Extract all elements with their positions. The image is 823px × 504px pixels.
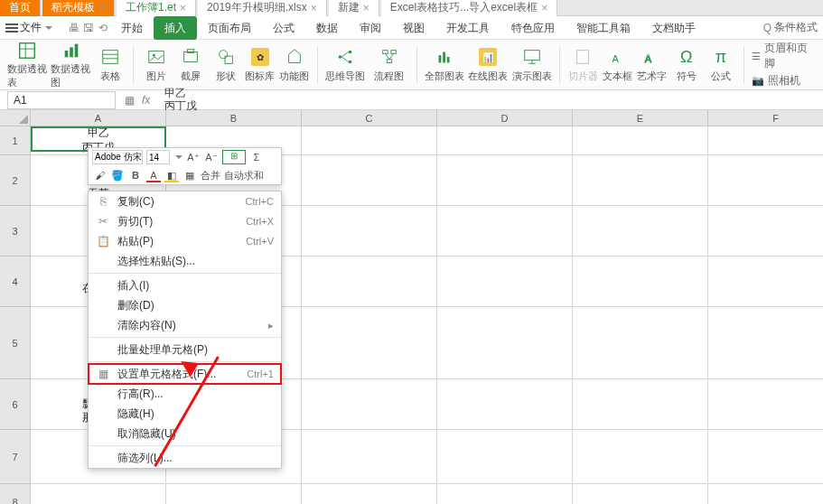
- row-header[interactable]: 6: [0, 379, 31, 430]
- tab-review[interactable]: 审阅: [349, 16, 392, 40]
- svg-text:A: A: [645, 53, 652, 64]
- context-menu: ⎘复制(C)Ctrl+C✂剪切(T)Ctrl+X📋粘贴(P)Ctrl+V选择性粘…: [88, 191, 282, 469]
- col-header[interactable]: B: [166, 110, 302, 126]
- context-menu-item[interactable]: ▦设置单元格格式(F)...Ctrl+1: [89, 364, 281, 384]
- col-header[interactable]: E: [573, 110, 708, 126]
- tab-special[interactable]: 特色应用: [500, 16, 566, 40]
- name-box[interactable]: A1: [7, 91, 116, 109]
- ribbon-table[interactable]: 表格: [95, 42, 126, 88]
- svg-point-16: [339, 55, 342, 59]
- ribbon-symbol[interactable]: Ω符号: [671, 42, 702, 88]
- col-header[interactable]: A: [31, 110, 166, 126]
- ribbon-onlinechart[interactable]: 📊在线图表: [468, 42, 508, 88]
- tab-dev[interactable]: 开发工具: [435, 16, 500, 40]
- ribbon-textbox[interactable]: A文本框: [602, 42, 632, 88]
- svg-rect-21: [382, 51, 388, 54]
- ribbon-screenshot[interactable]: 截屏: [175, 42, 206, 88]
- row-header[interactable]: 2: [0, 155, 31, 206]
- row-header[interactable]: 4: [0, 257, 31, 307]
- context-menu-item[interactable]: 隐藏(H): [89, 404, 281, 424]
- mini-paintbrush-icon[interactable]: 🖌: [92, 168, 107, 182]
- ribbon-wordart[interactable]: A艺术字: [636, 42, 667, 88]
- svg-line-20: [341, 57, 348, 62]
- mini-merge-label[interactable]: 合并: [201, 168, 220, 182]
- ribbon-flowchart[interactable]: 流程图: [369, 42, 408, 88]
- tab-start[interactable]: 开始: [110, 16, 154, 40]
- menu-tabs: 开始 插入 页面布局 公式 数据 审阅 视图 开发工具 特色应用 智能工具箱 文…: [110, 16, 706, 40]
- context-menu-item[interactable]: 📋粘贴(P)Ctrl+V: [89, 231, 281, 251]
- ribbon-mindmap[interactable]: 思维导图: [325, 42, 365, 88]
- tab-insert[interactable]: 插入: [154, 16, 197, 40]
- ribbon-image[interactable]: 图片: [141, 42, 172, 88]
- file-menu[interactable]: 文件: [0, 20, 61, 35]
- formula-value[interactable]: 甲乙 丙丁戊: [164, 88, 197, 111]
- mini-fillcolor[interactable]: ◧: [164, 168, 179, 182]
- mini-autosum-label[interactable]: 自动求和: [224, 168, 264, 182]
- context-menu-item[interactable]: 清除内容(N)▸: [89, 315, 281, 335]
- row-header[interactable]: 8: [0, 484, 31, 504]
- tab-formula[interactable]: 公式: [262, 16, 305, 40]
- file-tab[interactable]: 工作簿1.et×: [117, 0, 196, 16]
- mini-size-select[interactable]: [146, 150, 170, 164]
- ribbon-effect[interactable]: 功能图: [279, 42, 310, 88]
- conditional-format-link[interactable]: Q条件格式: [758, 18, 823, 38]
- fx-icon[interactable]: fx: [142, 94, 150, 107]
- mini-border-icon[interactable]: ▦: [182, 168, 197, 182]
- row-header[interactable]: 3: [0, 206, 31, 257]
- ribbon-allchart[interactable]: 全部图表: [425, 42, 464, 88]
- context-menu-item[interactable]: 插入(I): [89, 275, 281, 295]
- ribbon-slicer[interactable]: 切片器: [567, 42, 598, 88]
- row-header[interactable]: 1: [0, 126, 31, 155]
- mini-fill-icon[interactable]: 🪣: [110, 168, 125, 182]
- sheet-icon[interactable]: ▦: [125, 94, 135, 107]
- context-menu-item[interactable]: 选择性粘贴(S)...: [89, 251, 281, 271]
- ribbon-pivottable[interactable]: 数据透视表: [7, 42, 47, 88]
- ribbon-headerfooter[interactable]: ☰ 页眉和页脚: [752, 41, 809, 71]
- svg-point-13: [219, 51, 227, 59]
- svg-rect-27: [443, 52, 445, 63]
- tab-doc[interactable]: 文档助手: [641, 16, 706, 40]
- mini-font-select[interactable]: [92, 150, 143, 164]
- tab-layout[interactable]: 页面布局: [197, 16, 262, 40]
- row-header[interactable]: 5: [0, 307, 31, 379]
- context-menu-item[interactable]: ✂剪切(T)Ctrl+X: [89, 211, 281, 231]
- mini-autosum[interactable]: Σ: [249, 150, 264, 164]
- context-menu-item[interactable]: 行高(R)...: [89, 384, 281, 404]
- mini-fontcolor[interactable]: A: [146, 168, 161, 182]
- svg-point-18: [349, 61, 352, 64]
- context-menu-item[interactable]: 批量处理单元格(P): [89, 340, 281, 359]
- tab-smart[interactable]: 智能工具箱: [566, 16, 641, 40]
- row-header[interactable]: 7: [0, 430, 31, 484]
- file-tab[interactable]: 首页: [0, 0, 41, 16]
- svg-line-25: [389, 53, 394, 59]
- file-tab[interactable]: Excel表格技巧...导入excel表框×: [381, 0, 557, 16]
- svg-rect-29: [525, 51, 540, 61]
- context-menu-item[interactable]: ⎘复制(C)Ctrl+C: [89, 191, 281, 211]
- svg-rect-6: [103, 51, 118, 64]
- col-header[interactable]: D: [437, 110, 573, 126]
- ribbon-equation[interactable]: π公式: [706, 42, 736, 88]
- ribbon-iconlib[interactable]: ✿图标库: [245, 42, 276, 88]
- ribbon-pivotchart[interactable]: 数据透视图: [51, 42, 90, 88]
- mini-merge-icon[interactable]: ⊞: [222, 150, 246, 164]
- ribbon-camera[interactable]: 📷 照相机: [752, 73, 800, 89]
- file-tab[interactable]: 新建×: [329, 0, 379, 16]
- context-menu-item[interactable]: 取消隐藏(U): [89, 424, 281, 443]
- file-tab[interactable]: 2019年升模明细.xlsx×: [198, 0, 327, 16]
- mini-bold[interactable]: B: [128, 168, 143, 182]
- ribbon-slidechart[interactable]: 演示图表: [512, 42, 552, 88]
- context-menu-item[interactable]: 筛选列(L)...: [89, 448, 281, 468]
- file-tab[interactable]: 稻壳模板×: [42, 0, 115, 16]
- svg-line-24: [385, 53, 389, 59]
- mini-increase-font[interactable]: A⁺: [186, 150, 201, 164]
- select-all-corner[interactable]: [0, 110, 31, 126]
- tab-view[interactable]: 视图: [392, 16, 435, 40]
- tab-data[interactable]: 数据: [305, 16, 349, 40]
- context-menu-item[interactable]: 删除(D): [89, 295, 281, 315]
- mini-decrease-font[interactable]: A⁻: [204, 150, 219, 164]
- menu-bar: 文件 🖶 🖫 ⟲ 开始 插入 页面布局 公式 数据 审阅 视图 开发工具 特色应…: [0, 16, 823, 40]
- col-header[interactable]: F: [708, 110, 823, 126]
- col-header[interactable]: C: [302, 110, 437, 126]
- ribbon-shape[interactable]: 形状: [210, 42, 240, 88]
- svg-rect-11: [184, 52, 198, 62]
